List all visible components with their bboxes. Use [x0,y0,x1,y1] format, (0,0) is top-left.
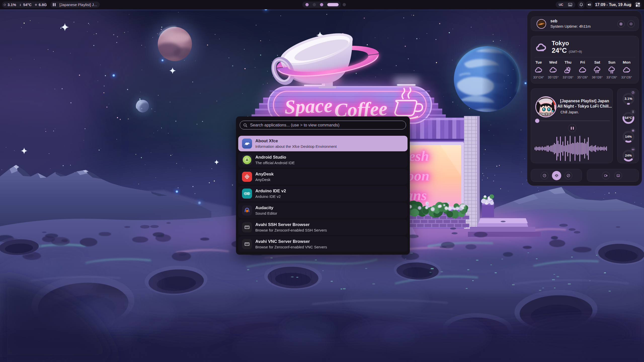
svg-text:Space: Space [284,94,333,118]
svg-text:oon: oon [407,167,429,184]
svg-text:esh: esh [409,148,429,164]
